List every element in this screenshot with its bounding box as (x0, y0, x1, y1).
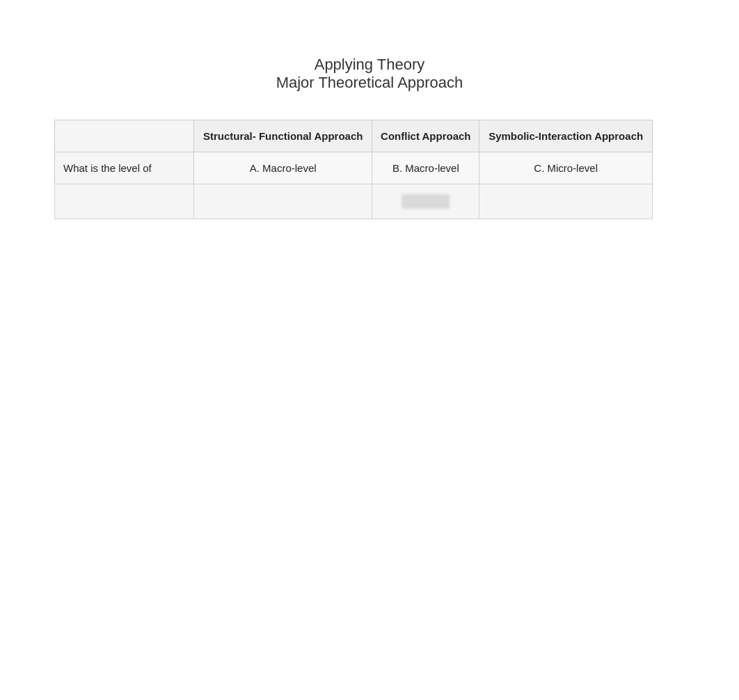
table-row-1: What is the level of A. Macro-level B. M… (55, 152, 653, 184)
header-col1: Structural- Functional Approach (194, 120, 372, 152)
header-col0 (55, 120, 194, 152)
row2-answer-b (372, 184, 479, 219)
title-line1: Applying Theory (0, 56, 739, 74)
main-table: Structural- Functional Approach Conflict… (54, 120, 653, 219)
title-section: Applying Theory Major Theoretical Approa… (0, 0, 739, 92)
row1-answer-c: C. Micro-level (479, 152, 653, 184)
table-row-2 (55, 184, 653, 219)
row2-answer-a (194, 184, 372, 219)
title-line2: Major Theoretical Approach (0, 74, 739, 92)
blurred-highlight (402, 194, 450, 209)
row1-question: What is the level of (55, 152, 194, 184)
page-container: Applying Theory Major Theoretical Approa… (0, 0, 739, 700)
table-header-row: Structural- Functional Approach Conflict… (55, 120, 653, 152)
header-col3: Symbolic-Interaction Approach (479, 120, 653, 152)
row2-question (55, 184, 194, 219)
table-wrapper: Structural- Functional Approach Conflict… (54, 120, 653, 219)
header-col2: Conflict Approach (372, 120, 479, 152)
row1-answer-b: B. Macro-level (372, 152, 479, 184)
row1-answer-a: A. Macro-level (194, 152, 372, 184)
row2-answer-c (479, 184, 653, 219)
